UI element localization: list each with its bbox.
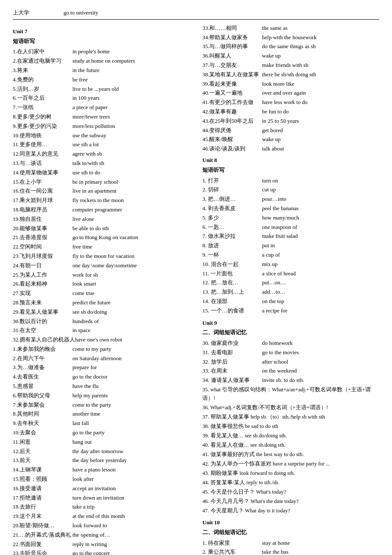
en-text: accept an invitation: [72, 484, 190, 493]
zh-text: 37.与…交朋友: [202, 61, 262, 70]
zh-text: 24.有朝一日: [13, 261, 72, 270]
en-text: invite sb. to do sth.: [262, 376, 379, 385]
zh-text: 6.一百年之后: [13, 94, 72, 103]
zh-text: 21.去香港度假: [13, 233, 72, 242]
en-text: in people's home: [72, 47, 190, 56]
list-item: 10.去聚会go to the party: [13, 428, 190, 437]
list-item: 2.在家通过电脑学习study at home on computers: [13, 57, 190, 66]
list-item: 3. 把…倒进…pour…into: [202, 195, 379, 204]
zh-text: 32. 放学后: [202, 358, 262, 367]
en-text: study at home on computers: [72, 57, 190, 66]
en-text: live in an apartment: [72, 187, 190, 196]
unit9-section: 二、词组短语记忆: [202, 328, 379, 337]
zh-text: 18.电脑程序员: [13, 205, 72, 214]
list-item: 13.前天the day before yesterday: [13, 456, 190, 465]
zh-text: 44.变得厌倦: [202, 126, 262, 135]
list-item: 34.帮助某人做家务help with the housework: [202, 33, 379, 42]
list-item: 28.预言未来predict the future: [13, 298, 190, 307]
zh-text: 9.更多/更少的污染: [13, 122, 72, 131]
list-item: 21.去香港度假go to Hong Kong on vacation: [13, 233, 190, 242]
list-item: 6.帮助我的父母help my parents: [13, 391, 190, 400]
en-text: be fun to do: [262, 107, 379, 116]
list-item: 1.在人们家中in people's home: [13, 47, 190, 56]
list-item: 20.能够做某事be able to do sth: [13, 224, 190, 233]
list-item: 5.活到…岁live to be ...years old: [13, 85, 190, 94]
zh-text: 28.预言未来: [13, 298, 72, 307]
zh-text: 30. 做家庭作业: [202, 339, 262, 348]
en-text: predict the future: [72, 298, 190, 307]
zh-text: 10.去聚会: [13, 428, 72, 437]
unit9-items-left: 30. 做家庭作业do homework31. 去看电影go to the mo…: [202, 339, 379, 385]
unit10-title: Unit 10: [202, 518, 379, 527]
en-text: do homework: [262, 339, 379, 348]
en-text: turn on: [262, 176, 379, 185]
zh-text: 3.为…做准备: [13, 363, 72, 372]
list-item: 43.在25年到50年之后in 25 to 50 years: [202, 117, 379, 126]
zh-text: 21.…的开幕式/落成典礼: [13, 531, 72, 540]
en-text: the day before yesterday: [72, 456, 190, 465]
en-text: make friends with sb: [262, 61, 379, 70]
list-item: 14.上钢琴课have a piano lesson: [13, 465, 190, 474]
zh-text: 11.更多使用…: [13, 140, 72, 149]
en-text: on Saturday afternoon: [72, 354, 190, 363]
list-item: 26.看起来精神look smart: [13, 280, 190, 289]
zh-text: 3.将来: [13, 66, 72, 75]
list-item: 6. 一匙…one teaspoon of: [202, 223, 379, 232]
en-text: in 25 to 50 years: [262, 117, 379, 126]
en-text: go to the concert: [72, 549, 190, 555]
en-text: reply in writing: [72, 540, 190, 549]
list-item: 17.拒绝邀请turn down an invitation: [13, 494, 190, 503]
zh-text: 12.同意某人的意见: [13, 150, 72, 159]
en-text: a slice of bread: [262, 269, 379, 278]
en-text: use the subway: [72, 131, 190, 140]
list-item: 1. 打开turn on: [202, 176, 379, 185]
en-text: hang out: [72, 438, 190, 447]
list-item: 9.去年秋天last fall: [13, 419, 190, 428]
en-text: live to be ...years old: [72, 85, 190, 94]
zh-text: 20.盼望/期待做…: [13, 521, 72, 530]
page-header: 上大学 go to university: [13, 9, 379, 20]
en-text: get bored: [262, 126, 379, 135]
zh-text: 31. 去看电影: [202, 348, 262, 357]
grammar-note: 37. 帮助某人做某事 help sb.（to）sth./help sb wit…: [202, 413, 379, 421]
list-item: 3.为…做准备prepare for: [13, 363, 190, 372]
unit8-section: 短语听写: [202, 166, 379, 175]
en-text: pour…into: [262, 195, 379, 204]
list-item: 11. 一片面包a slice of bread: [202, 269, 379, 278]
zh-text: 9.去年秋天: [13, 419, 72, 428]
en-text: fly rockets to the moon: [72, 196, 190, 205]
zh-text: 5.患感冒: [13, 382, 72, 391]
list-item: 4.去看医生go to the doctor: [13, 373, 190, 382]
grammar-note: 40. 看见某人在做… see sb.doing sth.: [202, 441, 379, 449]
zh-text: 25.为某人工作: [13, 271, 72, 280]
en-text: come true: [72, 289, 190, 298]
list-item: 6.一百年之后in 100 years: [13, 94, 190, 103]
en-text: help with the housework: [262, 33, 379, 42]
unit9-notes: 35. what 引导的感叹句结构：What+a/an+adj.+可数名词单数（…: [202, 385, 379, 515]
list-item: 5. 多少how many/much: [202, 214, 379, 223]
en-text: a piece of paper: [72, 103, 190, 112]
en-text: peel the bananas: [262, 204, 379, 213]
unit8-list: 1. 打开turn on2. 切碎cut up3. 把…倒进…pour…into…: [202, 176, 379, 315]
list-item: 27.实现come true: [13, 289, 190, 298]
list-item: 10. 混合在一起mix up: [202, 260, 379, 269]
list-item: 1. 待在家里stay at home: [202, 539, 379, 548]
list-item: 8.其他时间another time: [13, 410, 190, 419]
en-text: fly to the moon for vacation: [72, 252, 190, 261]
zh-text: 2.在家通过电脑学习: [13, 57, 72, 66]
list-item: 20.盼望/期待做…look forward to: [13, 521, 190, 530]
zh-text: 1.在人们家中: [13, 47, 72, 56]
en-text: see sb do/doing: [72, 308, 190, 317]
en-text: stay at home: [262, 539, 379, 548]
en-text: in 100 years: [72, 94, 190, 103]
grammar-note: 47. 今天星期几？ What day is it today?: [202, 506, 379, 515]
zh-text: 13.与…谈话: [13, 159, 72, 168]
en-text: be able to do sth: [72, 224, 190, 233]
zh-text: 9. 一杯: [202, 251, 262, 260]
en-text: look more like: [262, 80, 379, 89]
list-item: 13.与…谈话talk to/with sb: [13, 159, 190, 168]
zh-text: 10.使用地铁: [13, 131, 72, 140]
zh-text: 19.独自居住: [13, 215, 72, 224]
en-text: wake up: [262, 52, 379, 61]
list-item: 15. 一个…的食谱a recipe for: [202, 306, 379, 315]
